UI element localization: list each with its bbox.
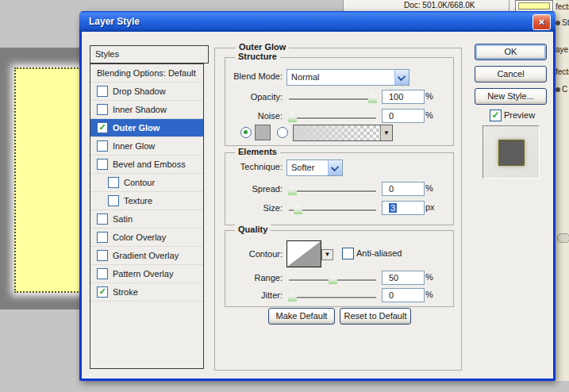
style-item-contour[interactable]: Contour	[90, 174, 203, 192]
style-item-label: Gradient Overlay	[113, 251, 179, 260]
range-slider-thumb[interactable]	[329, 274, 337, 284]
unchecked-checkbox-icon[interactable]	[97, 140, 108, 152]
style-item-outer-glow[interactable]: ✓Outer Glow	[90, 119, 203, 137]
style-item-color-overlay[interactable]: Color Overlay	[90, 229, 203, 247]
noise-slider-thumb[interactable]	[288, 112, 297, 122]
unchecked-checkbox-icon[interactable]	[97, 232, 108, 243]
opacity-slider[interactable]	[289, 98, 376, 101]
style-item-inner-shadow[interactable]: Inner Shadow	[90, 101, 203, 119]
quality-group: Quality Contour: ▼ Anti-aliased Range: 5…	[225, 230, 454, 307]
unchecked-checkbox-icon[interactable]	[108, 195, 119, 206]
document-canvas	[0, 48, 79, 309]
glow-gradient-radio[interactable]	[277, 127, 288, 138]
range-unit: %	[425, 272, 433, 282]
size-label: Size:	[225, 203, 283, 213]
make-default-button[interactable]: Make Default	[268, 308, 335, 325]
style-item-label: Pattern Overlay	[113, 269, 173, 279]
panel-text-fragment: fects	[556, 66, 569, 78]
jitter-unit: %	[425, 290, 433, 299]
dialog-titlebar[interactable]: Layer Style ×	[79, 11, 556, 32]
noise-label: Noise:	[225, 111, 283, 121]
close-icon[interactable]: ×	[532, 14, 551, 30]
range-slider[interactable]	[289, 279, 376, 282]
style-item-label: Outer Glow	[113, 123, 160, 133]
quality-group-title: Quality	[235, 225, 271, 234]
noise-slider[interactable]	[289, 117, 376, 120]
style-item-stroke[interactable]: ✓Stroke	[90, 283, 203, 302]
style-item-label: Texture	[124, 196, 152, 206]
style-item-label: Satin	[113, 214, 133, 224]
contour-label: Contour:	[225, 249, 283, 259]
outer-glow-group-title: Outer Glow	[236, 42, 289, 52]
panel-text-fragment: fects	[556, 1, 569, 13]
size-input[interactable]: 3	[382, 201, 425, 215]
antialiased-label: Anti-aliased	[356, 248, 402, 258]
contour-dropdown-icon[interactable]: ▼	[321, 249, 333, 260]
glow-gradient-picker[interactable]: ▼	[293, 125, 393, 141]
eye-icon	[556, 21, 560, 25]
style-item-texture[interactable]: Texture	[90, 192, 203, 210]
unchecked-checkbox-icon[interactable]	[97, 250, 108, 261]
unchecked-checkbox-icon[interactable]	[97, 268, 108, 279]
eye-icon	[556, 87, 560, 92]
unchecked-checkbox-icon[interactable]	[97, 86, 108, 97]
style-item-bevel-and-emboss[interactable]: Bevel and Emboss	[90, 156, 203, 174]
style-item-label: Color Overlay	[113, 233, 166, 242]
styles-header: Styles	[90, 45, 209, 63]
style-item-label: Inner Shadow	[113, 105, 167, 114]
style-item-inner-glow[interactable]: Inner Glow	[90, 137, 203, 156]
jitter-slider-thumb[interactable]	[288, 291, 297, 302]
style-item-pattern-overlay[interactable]: Pattern Overlay	[90, 265, 203, 283]
chevron-down-icon[interactable]	[328, 160, 342, 175]
checked-checkbox-icon[interactable]: ✓	[97, 122, 108, 133]
checked-checkbox-icon[interactable]: ✓	[97, 286, 108, 298]
jitter-label: Jitter:	[225, 290, 283, 300]
style-item-satin[interactable]: Satin	[90, 210, 203, 229]
style-item-blending-options-default[interactable]: Blending Options: Default	[90, 64, 203, 83]
technique-label: Technique:	[225, 162, 283, 171]
range-input[interactable]: 50	[382, 271, 425, 285]
opacity-input[interactable]: 100	[382, 90, 425, 104]
chevron-down-icon[interactable]	[394, 70, 409, 85]
noise-input[interactable]: 0	[382, 109, 425, 123]
size-slider[interactable]	[289, 209, 376, 212]
doc-size-status: Doc: 501.0K/668.0K	[404, 1, 475, 10]
panel-button-fragment[interactable]	[557, 233, 569, 243]
preview-checkbox[interactable]: ✓	[490, 110, 502, 121]
spread-slider-thumb[interactable]	[288, 185, 297, 195]
jitter-slider[interactable]	[289, 297, 376, 299]
blend-mode-label: Blend Mode:	[225, 71, 283, 81]
glow-color-swatch[interactable]	[255, 125, 271, 140]
jitter-input[interactable]: 0	[382, 288, 425, 302]
glow-color-radio[interactable]	[240, 127, 252, 138]
opacity-slider-thumb[interactable]	[368, 93, 377, 103]
dialog-body: Styles Blending Options: DefaultDrop Sha…	[82, 32, 553, 379]
contour-picker[interactable]	[286, 240, 321, 267]
opacity-unit: %	[425, 91, 433, 101]
ok-button[interactable]: OK	[475, 44, 547, 60]
spread-input[interactable]: 0	[382, 182, 425, 196]
spread-slider[interactable]	[289, 190, 376, 193]
unchecked-checkbox-icon[interactable]	[97, 159, 108, 170]
gradient-dropdown-icon[interactable]: ▼	[380, 125, 392, 140]
document-thumbnail	[515, 0, 553, 12]
unchecked-checkbox-icon[interactable]	[97, 104, 108, 115]
unchecked-checkbox-icon[interactable]	[97, 213, 108, 225]
document-thumbnail-image	[518, 2, 550, 10]
document-image	[14, 67, 79, 293]
range-label: Range:	[225, 273, 283, 282]
style-item-gradient-overlay[interactable]: Gradient Overlay	[90, 247, 203, 265]
layers-panel-fragment: fectsStayefectsC	[556, 0, 569, 381]
antialiased-checkbox[interactable]	[342, 248, 354, 259]
size-slider-thumb[interactable]	[294, 204, 302, 214]
cancel-button[interactable]: Cancel	[475, 66, 547, 83]
preview-label: Preview	[504, 110, 535, 120]
new-style-button[interactable]: New Style...	[475, 88, 547, 105]
style-preview-swatch	[498, 140, 525, 166]
elements-group-title: Elements	[235, 147, 280, 156]
reset-to-default-button[interactable]: Reset to Default	[340, 308, 411, 325]
technique-select[interactable]: Softer	[286, 159, 343, 176]
blend-mode-select[interactable]: Normal	[286, 69, 409, 86]
style-item-drop-shadow[interactable]: Drop Shadow	[90, 83, 203, 101]
unchecked-checkbox-icon[interactable]	[108, 177, 119, 188]
